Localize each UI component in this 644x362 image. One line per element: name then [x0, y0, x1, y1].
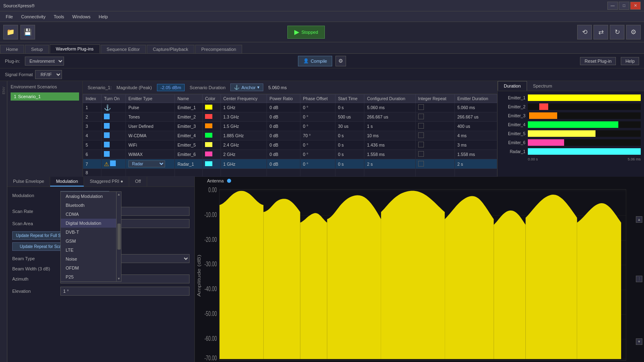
close-button[interactable]: ✕ [630, 2, 641, 10]
cell-int-rep[interactable] [415, 150, 454, 159]
cell-name: Emitter_1 [175, 103, 203, 112]
cell-warning: ⚠ [101, 159, 126, 169]
tab-staggered-pri[interactable]: Staggered PRI ● [84, 177, 129, 186]
cell-index: 5 [83, 140, 101, 150]
anchor-button[interactable]: ⚓ Anchor ▾ [230, 83, 263, 91]
table-row: 3 User Defined Emitter_3 1.5 GHz 0 dB 0 … [83, 122, 497, 131]
chart-scroll-down[interactable]: ▼ [636, 338, 642, 345]
cell-index: 3 [83, 122, 101, 131]
tool-btn-2[interactable]: ⇄ [593, 25, 608, 39]
dropdown-scroll-up[interactable]: ▲ [117, 193, 121, 196]
play-stop-button[interactable]: ▶ Stopped [287, 26, 325, 39]
dur-bar-container-4 [528, 121, 641, 128]
cell-anchor[interactable]: ⚓ [101, 103, 126, 112]
cell-type: Tones [126, 112, 175, 122]
time-start: 0.00 s [528, 157, 538, 161]
mod-item-lte[interactable]: LTE [61, 246, 121, 254]
center-content: Environment Scenarios 1 Scenario_1 Scena… [7, 81, 644, 362]
antenna-label: Antenna [207, 178, 224, 183]
svg-text:-40.00: -40.00 [204, 285, 217, 292]
reset-plugin-button[interactable]: Reset Plug-in [580, 57, 616, 65]
cell-int-rep[interactable] [415, 140, 454, 150]
svg-text:-50.00: -50.00 [204, 310, 217, 317]
tab-pulse-envelope[interactable]: Pulse Envelope [7, 177, 50, 186]
tab-waveform-plugins[interactable]: Waveform Plug-ins [50, 44, 100, 53]
tab-precompensation[interactable]: Precompensation [195, 45, 243, 53]
mod-item-gsm[interactable]: GSM [61, 237, 121, 246]
tool-btn-1[interactable]: ⟲ [577, 25, 592, 39]
tab-sequence-editor[interactable]: Sequence Editor [101, 45, 146, 53]
emitter-type-select[interactable]: Radar [128, 160, 165, 167]
cell-freq: 1.3 GHz [221, 112, 267, 122]
chart-options-button[interactable]: ⋮ [636, 276, 642, 282]
compile-button[interactable]: 👤 Compile [298, 56, 332, 66]
cell-type[interactable]: Radar [126, 159, 175, 169]
elevation-input[interactable] [60, 287, 190, 296]
tab-off[interactable]: Off [129, 177, 147, 186]
cell-turnon[interactable] [101, 140, 126, 150]
open-button[interactable]: 📁 [3, 25, 18, 39]
mod-item-analog[interactable]: Analog Modulation [61, 192, 121, 201]
menu-tools[interactable]: Tools [50, 13, 68, 20]
dropdown-scroll-down[interactable]: ▼ [117, 277, 121, 281]
mod-item-p25[interactable]: P25 [61, 272, 121, 281]
menu-windows[interactable]: Windows [68, 13, 95, 20]
cell-freq: 1 GHz [221, 103, 267, 112]
modulation-dropdown: Analog Modulation Bluetooth CDMA Digital… [60, 191, 121, 282]
duration-chart: Emitter_1 Emitter_2 Emitter_3 [498, 91, 644, 177]
cell-int-rep[interactable] [415, 122, 454, 131]
minimize-button[interactable]: — [607, 2, 618, 10]
tool-btn-4[interactable]: ⚙ [626, 25, 641, 39]
cell-turnon[interactable] [101, 112, 126, 122]
tab-capture-playback[interactable]: Capture/Playback [147, 45, 194, 53]
maximize-button[interactable]: □ [619, 2, 629, 10]
col-phase: Phase Offset [300, 94, 335, 103]
scenario-item-1[interactable]: 1 Scenario_1 [11, 92, 79, 101]
cell-conf-dur: 10 ms [364, 131, 415, 140]
cell-emit-dur: 2 s [455, 159, 497, 169]
magnitude-value[interactable]: -2.05 dBm [157, 84, 185, 91]
settings-button[interactable]: ⚙ [335, 56, 346, 66]
mod-item-noise[interactable]: Noise [61, 254, 121, 263]
dur-bar-5 [528, 130, 595, 137]
cell-int-rep[interactable] [415, 112, 454, 122]
menu-connectivity[interactable]: Connectivity [17, 13, 50, 20]
cell-conf-dur: 5.060 ms [364, 103, 415, 112]
cell-power: 0 dB [267, 131, 300, 140]
tool-btn-3[interactable]: ↻ [610, 25, 624, 39]
table-row: 4 W-CDMA Emitter_4 1.885 GHz 0 dB 70 ° 0… [83, 131, 497, 140]
save-button[interactable]: 💾 [20, 25, 35, 39]
cell-type: W-CDMA [126, 131, 175, 140]
cell-int-rep[interactable] [415, 103, 454, 112]
menu-file[interactable]: File [2, 13, 17, 20]
scenario-bar: Scenario_1: Magnitude (Peak) -2.05 dBm S… [83, 81, 497, 94]
tab-spectrum[interactable]: Spectrum [527, 81, 558, 91]
cell-color [203, 159, 221, 169]
tab-duration[interactable]: Duration [498, 81, 527, 91]
scenarios-header: Environment Scenarios [11, 84, 79, 89]
cell-power: 0 dB [267, 150, 300, 159]
cell-turnon[interactable] [101, 150, 126, 159]
help-button[interactable]: Help [621, 57, 639, 65]
plugin-label: Plug-in: [5, 59, 20, 64]
cell-conf-dur: 266.667 us [364, 112, 415, 122]
signal-format-select[interactable]: RF/IF [35, 70, 62, 79]
cell-name: Emitter_5 [175, 140, 203, 150]
beam-type-label: Beam Type [12, 256, 57, 261]
mod-item-cdma[interactable]: CDMA [61, 210, 121, 219]
cell-int-rep[interactable] [415, 159, 454, 169]
dur-bar-4 [528, 121, 618, 128]
tab-home[interactable]: Home [0, 45, 24, 53]
menu-help[interactable]: Help [95, 13, 112, 20]
mod-item-bluetooth[interactable]: Bluetooth [61, 201, 121, 210]
cell-turnon[interactable] [101, 131, 126, 140]
mod-item-ofdm[interactable]: OFDM [61, 263, 121, 272]
mod-item-digital[interactable]: Digital Modulation [61, 219, 121, 228]
tab-setup[interactable]: Setup [25, 45, 49, 53]
cell-int-rep[interactable] [415, 131, 454, 140]
plugin-select[interactable]: Environment [25, 57, 64, 66]
chart-scroll-up[interactable]: ▲ [636, 216, 642, 223]
cell-turnon[interactable] [101, 122, 126, 131]
tab-modulation[interactable]: Modulation [50, 177, 84, 186]
mod-item-dvbt[interactable]: DVB-T [61, 228, 121, 237]
